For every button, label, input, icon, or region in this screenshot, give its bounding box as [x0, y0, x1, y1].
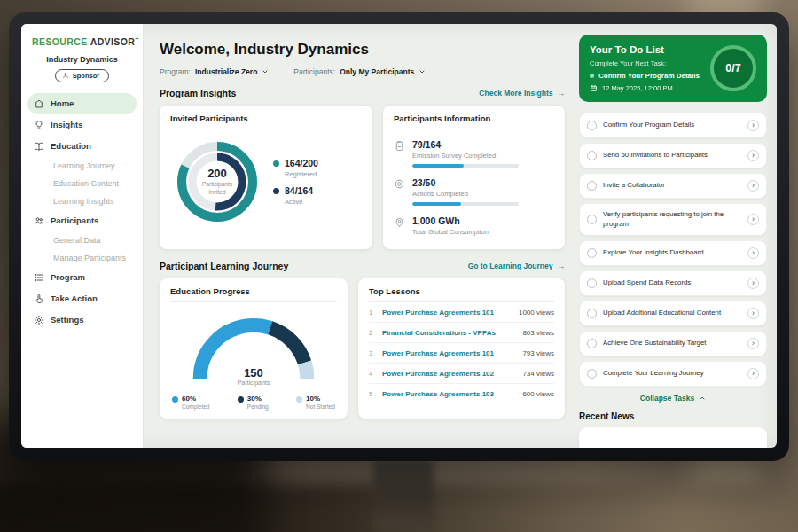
- lesson-row: 2 Financial Considerations - VPPAs 803 v…: [369, 323, 554, 343]
- legend-label: Completed: [182, 403, 209, 410]
- todo-panel: Your To Do List Complete Your Next Task:…: [576, 24, 777, 448]
- top-lessons-title: Top Lessons: [369, 286, 554, 302]
- gauge-center-label: Participants: [184, 379, 324, 386]
- task-checkbox[interactable]: [587, 121, 597, 130]
- list-icon: [34, 272, 44, 283]
- task-item[interactable]: Upload Additional Educational Content ›: [579, 301, 767, 326]
- participants-dropdown-label: Participants:: [293, 67, 335, 76]
- lesson-row: 1 Power Purchase Agreements 101 1000 vie…: [369, 302, 554, 323]
- sidebar-item-program[interactable]: Program: [21, 267, 143, 288]
- info-row-emission-survey: 79/164 Emission Survey Completed: [394, 139, 554, 168]
- task-checkbox[interactable]: [587, 151, 597, 160]
- lesson-link[interactable]: Power Purchase Agreements 101: [382, 309, 512, 317]
- todo-summary-card: Your To Do List Complete Your Next Task:…: [579, 35, 767, 102]
- chevron-right-icon[interactable]: ›: [747, 180, 759, 192]
- task-checkbox[interactable]: [587, 309, 597, 318]
- progress-bar: [412, 164, 519, 168]
- person-icon: [62, 72, 69, 79]
- chevron-right-icon[interactable]: ›: [747, 120, 759, 131]
- recent-news-card[interactable]: [579, 427, 767, 448]
- sidebar-item-education[interactable]: Education: [21, 136, 143, 157]
- brand-logo: RESOURCE ADVISOR+: [21, 35, 143, 47]
- survey-icon: [394, 140, 405, 152]
- lesson-link[interactable]: Power Purchase Agreements 101: [382, 349, 515, 357]
- brand-plus: +: [135, 35, 139, 43]
- legend-label: Active: [285, 198, 313, 206]
- check-more-insights-link[interactable]: Check More Insights →: [479, 89, 565, 98]
- chevron-right-icon[interactable]: ›: [747, 308, 759, 319]
- task-item[interactable]: Achieve One Sustainability Target ›: [579, 331, 767, 356]
- program-dropdown-label: Program:: [160, 67, 191, 76]
- task-checkbox[interactable]: [587, 339, 597, 348]
- chevron-right-icon[interactable]: ›: [747, 368, 759, 379]
- lesson-views: 793 views: [522, 349, 554, 357]
- task-item[interactable]: Verify participants requesting to join t…: [579, 203, 767, 236]
- task-item[interactable]: Explore Your Insights Dashboard ›: [579, 240, 767, 266]
- sidebar-item-education-content[interactable]: Education Content: [21, 175, 143, 192]
- task-label: Achieve One Sustainability Target: [603, 339, 741, 348]
- target-icon: [394, 178, 405, 190]
- lesson-rank: 1: [369, 309, 375, 317]
- donut-center-label: Participants Invited: [196, 181, 239, 197]
- task-item[interactable]: Complete Your Learning Journey ›: [579, 361, 767, 387]
- sidebar-item-settings[interactable]: Settings: [21, 309, 143, 331]
- task-checkbox[interactable]: [587, 278, 597, 288]
- legend-dot: [273, 188, 279, 194]
- progress-bar-fill: [412, 202, 461, 206]
- task-label: Invite a Collaborator: [603, 181, 741, 191]
- chevron-right-icon[interactable]: ›: [747, 338, 759, 349]
- invited-participants-card: Invited Participants 200: [160, 106, 372, 249]
- task-checkbox[interactable]: [587, 248, 597, 258]
- task-item[interactable]: Upload Spend Data Records ›: [579, 270, 767, 296]
- chevron-right-icon[interactable]: ›: [747, 247, 759, 259]
- sidebar-item-insights[interactable]: Insights: [21, 114, 143, 136]
- task-checkbox[interactable]: [587, 181, 597, 191]
- lesson-rank: 5: [369, 390, 375, 398]
- participants-dropdown[interactable]: Participants: Only My Participants: [293, 67, 426, 76]
- donut-center: 200 Participants Invited: [170, 135, 264, 229]
- legend-label: Not Started: [306, 403, 335, 410]
- program-insights-header: Program Insights Check More Insights →: [160, 88, 565, 98]
- sidebar-item-learning-insights[interactable]: Learning Insights: [21, 192, 143, 210]
- task-item[interactable]: Confirm Your Program Details ›: [579, 113, 767, 138]
- sidebar-item-general-data[interactable]: General Data: [21, 231, 143, 249]
- progress-bar-fill: [412, 164, 464, 168]
- task-item[interactable]: Invite a Collaborator ›: [579, 173, 767, 199]
- sidebar-item-label: Settings: [51, 315, 83, 325]
- legend-value: 84/164: [285, 185, 313, 196]
- lesson-views: 734 views: [522, 370, 554, 378]
- sidebar-item-learning-journey[interactable]: Learning Journey: [21, 157, 143, 175]
- participants-dropdown-value: Only My Participants: [340, 67, 414, 76]
- donut-center-value: 200: [207, 167, 227, 180]
- legend-item-not-started: 10% Not Started: [296, 395, 335, 410]
- legend-value: 164/200: [285, 158, 318, 168]
- sidebar-item-manage-participants[interactable]: Manage Participants: [21, 249, 143, 267]
- gauge-center: 150 Participants: [184, 366, 324, 386]
- chevron-down-icon: [419, 68, 426, 75]
- monitor-frame: RESOURCE ADVISOR+ Industry Dynamics Spon…: [9, 12, 789, 461]
- sidebar-item-participants[interactable]: Participants: [21, 210, 143, 231]
- chevron-right-icon[interactable]: ›: [747, 150, 759, 161]
- filters-bar: Program: Industrialize Zero Participants…: [160, 67, 565, 76]
- lesson-rank: 3: [369, 349, 375, 357]
- task-item[interactable]: Send 50 Invitations to Participants ›: [579, 143, 767, 168]
- sidebar-item-label: Home: [51, 98, 74, 108]
- sidebar-item-take-action[interactable]: Take Action: [21, 288, 143, 309]
- todo-next-task-time: 12 May 2025, 12:00 PM: [590, 84, 700, 92]
- scene: RESOURCE ADVISOR+ Industry Dynamics Spon…: [0, 0, 798, 532]
- lesson-link[interactable]: Financial Considerations - VPPAs: [382, 329, 515, 337]
- collapse-tasks-button[interactable]: Collapse Tasks: [579, 394, 767, 403]
- task-checkbox[interactable]: [587, 369, 597, 379]
- lesson-views: 600 views: [522, 390, 554, 398]
- program-dropdown[interactable]: Program: Industrialize Zero: [160, 67, 269, 76]
- task-label: Complete Your Learning Journey: [603, 369, 741, 379]
- chevron-down-icon: [262, 68, 269, 75]
- go-to-learning-journey-link[interactable]: Go to Learning Journey →: [468, 262, 565, 270]
- lesson-link[interactable]: Power Purchase Agreements 103: [382, 390, 515, 398]
- chevron-right-icon[interactable]: ›: [747, 278, 759, 289]
- chevron-right-icon[interactable]: ›: [747, 214, 759, 225]
- sponsor-badge[interactable]: Sponsor: [55, 69, 109, 82]
- task-checkbox[interactable]: [587, 215, 597, 224]
- sidebar-item-home[interactable]: Home: [27, 93, 137, 114]
- lesson-link[interactable]: Power Purchase Agreements 102: [382, 370, 515, 378]
